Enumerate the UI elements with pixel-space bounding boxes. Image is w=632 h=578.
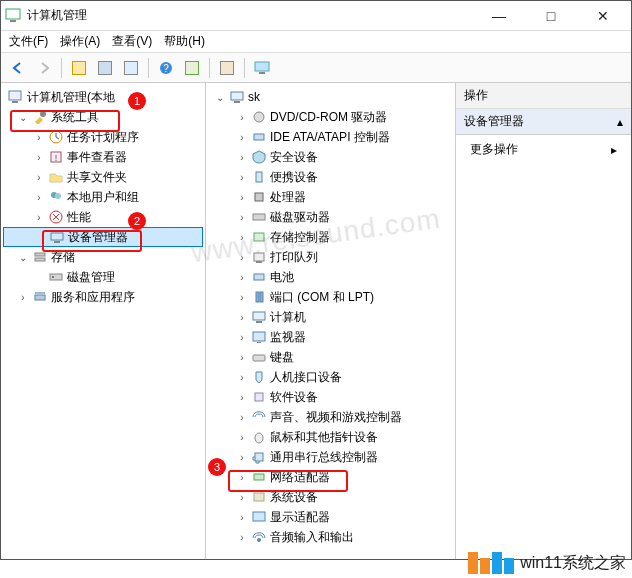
expander-icon[interactable]: › (236, 472, 248, 483)
device-root[interactable]: ⌄ sk (208, 87, 453, 107)
tb-icon-5[interactable] (216, 57, 238, 79)
expander-icon[interactable]: › (236, 232, 248, 243)
help-icon[interactable]: ? (155, 57, 177, 79)
services-label: 服务和应用程序 (51, 289, 135, 306)
maximize-button[interactable]: □ (531, 8, 571, 24)
expander-icon[interactable]: › (236, 332, 248, 343)
expander-icon[interactable]: › (33, 212, 45, 223)
tree-device-manager[interactable]: 设备管理器 (3, 227, 203, 247)
device-item[interactable]: ›处理器 (208, 187, 453, 207)
device-item[interactable]: ›声音、视频和游戏控制器 (208, 407, 453, 427)
device-item[interactable]: ›端口 (COM 和 LPT) (208, 287, 453, 307)
device-item-label: 磁盘驱动器 (270, 209, 330, 226)
tb-icon-4[interactable] (181, 57, 203, 79)
device-item[interactable]: ›打印队列 (208, 247, 453, 267)
close-button[interactable]: ✕ (583, 8, 623, 24)
device-item[interactable]: ›IDE ATA/ATAPI 控制器 (208, 127, 453, 147)
tree-task-scheduler[interactable]: › 任务计划程序 (3, 127, 203, 147)
expander-icon[interactable]: › (236, 492, 248, 503)
app-icon (5, 8, 21, 24)
svg-rect-46 (253, 512, 265, 521)
svg-text:!: ! (55, 153, 58, 163)
expander-icon[interactable]: › (236, 512, 248, 523)
device-item-label: 音频输入和输出 (270, 529, 354, 546)
device-item[interactable]: ›显示适配器 (208, 507, 453, 527)
back-button[interactable] (7, 57, 29, 79)
actions-category[interactable]: 设备管理器 ▴ (456, 109, 631, 135)
tree-root-label: 计算机管理(本地 (27, 89, 115, 106)
device-item[interactable]: ›监视器 (208, 327, 453, 347)
expander-icon[interactable]: › (33, 132, 45, 143)
expander-icon[interactable]: › (236, 112, 248, 123)
menu-view[interactable]: 查看(V) (112, 33, 152, 50)
device-item[interactable]: ›音频输入和输出 (208, 527, 453, 547)
expander-icon[interactable]: › (236, 432, 248, 443)
device-item[interactable]: ›通用串行总线控制器 (208, 447, 453, 467)
svg-rect-36 (253, 312, 265, 320)
expander-icon[interactable]: › (236, 132, 248, 143)
tree-disk-mgmt[interactable]: 磁盘管理 (3, 267, 203, 287)
device-item[interactable]: ›软件设备 (208, 387, 453, 407)
menu-help[interactable]: 帮助(H) (164, 33, 205, 50)
expander-icon[interactable]: › (236, 312, 248, 323)
tree-system-tools[interactable]: ⌄ 系统工具 (3, 107, 203, 127)
expander-icon[interactable]: › (33, 172, 45, 183)
svg-rect-27 (256, 172, 262, 182)
collapse-icon[interactable]: ▴ (617, 115, 623, 129)
device-item[interactable]: ›鼠标和其他指针设备 (208, 427, 453, 447)
expander-icon[interactable]: › (236, 372, 248, 383)
expander-icon[interactable]: ⌄ (17, 252, 29, 263)
device-item[interactable]: ›计算机 (208, 307, 453, 327)
toolbar: ? (1, 53, 631, 83)
device-item[interactable]: ›系统设备 (208, 487, 453, 507)
svg-rect-41 (255, 393, 263, 401)
expander-icon[interactable]: › (236, 412, 248, 423)
expander-icon[interactable]: ⌄ (17, 112, 29, 123)
device-item[interactable]: ›磁盘驱动器 (208, 207, 453, 227)
tree-local-users[interactable]: › 本地用户和组 (3, 187, 203, 207)
device-item[interactable]: ›便携设备 (208, 167, 453, 187)
expander-icon[interactable]: › (33, 192, 45, 203)
device-item[interactable]: ›人机接口设备 (208, 367, 453, 387)
minimize-button[interactable]: — (479, 8, 519, 24)
tree-storage[interactable]: ⌄ 存储 (3, 247, 203, 267)
expander-icon[interactable]: › (236, 532, 248, 543)
more-actions[interactable]: 更多操作 ▸ (456, 135, 631, 164)
expander-icon[interactable]: › (236, 172, 248, 183)
tb-icon-3[interactable] (120, 57, 142, 79)
menu-action[interactable]: 操作(A) (60, 33, 100, 50)
expander-icon[interactable]: › (17, 292, 29, 303)
expander-icon[interactable]: › (33, 152, 45, 163)
expander-icon[interactable]: › (236, 392, 248, 403)
forward-button[interactable] (33, 57, 55, 79)
expander-icon[interactable]: › (236, 152, 248, 163)
expander-icon[interactable]: › (236, 452, 248, 463)
tb-icon-2[interactable] (94, 57, 116, 79)
expander-icon[interactable]: › (236, 212, 248, 223)
expander-icon[interactable]: › (236, 252, 248, 263)
device-category-icon (251, 369, 267, 385)
device-item[interactable]: ›存储控制器 (208, 227, 453, 247)
device-item-label: 键盘 (270, 349, 294, 366)
expander-icon[interactable]: › (236, 292, 248, 303)
tree-event-viewer[interactable]: › ! 事件查看器 (3, 147, 203, 167)
tree-services-apps[interactable]: › 服务和应用程序 (3, 287, 203, 307)
content-area: 计算机管理(本地 ⌄ 系统工具 › 任务计划程序 › ! 事件查看器 (1, 83, 631, 559)
tb-monitor-icon[interactable] (251, 57, 273, 79)
device-item[interactable]: ›安全设备 (208, 147, 453, 167)
expander-icon[interactable]: › (236, 272, 248, 283)
svg-rect-4 (255, 62, 269, 71)
expander-icon[interactable]: › (236, 352, 248, 363)
device-item[interactable]: ›网络适配器 (208, 467, 453, 487)
device-item[interactable]: ›DVD/CD-ROM 驱动器 (208, 107, 453, 127)
device-item[interactable]: ›电池 (208, 267, 453, 287)
tree-performance[interactable]: › 性能 (3, 207, 203, 227)
menu-file[interactable]: 文件(F) (9, 33, 48, 50)
expander-icon[interactable]: › (236, 192, 248, 203)
tb-icon-1[interactable] (68, 57, 90, 79)
expander-icon[interactable]: ⌄ (214, 92, 226, 103)
tree-root[interactable]: 计算机管理(本地 (3, 87, 203, 107)
device-item[interactable]: ›键盘 (208, 347, 453, 367)
storage-icon (32, 249, 48, 265)
tree-shared-folders[interactable]: › 共享文件夹 (3, 167, 203, 187)
